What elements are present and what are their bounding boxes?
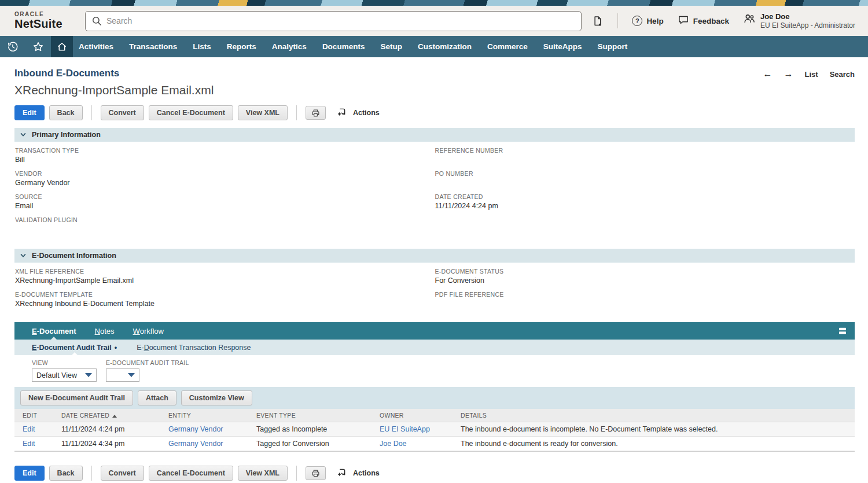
nav-item-commerce[interactable]: Commerce <box>487 42 528 51</box>
top-header: ORACLE NetSuite ? Help Feedback Joe <box>0 6 868 36</box>
nav-item-suiteapps[interactable]: SuiteApps <box>543 42 582 51</box>
active-subtab-bullet: • <box>115 344 117 352</box>
edocument-information-section: E-Document Information XML FILE REFERENC… <box>14 249 855 314</box>
list-link[interactable]: List <box>805 70 818 79</box>
field-edocument-status: E-DOCUMENT STATUS For Conversion <box>435 268 855 285</box>
nav-item-reports[interactable]: Reports <box>227 42 256 51</box>
edit-button[interactable]: Edit <box>14 105 45 120</box>
back-button[interactable]: Back <box>49 466 83 481</box>
convert-button[interactable]: Convert <box>101 105 144 120</box>
owner-link[interactable]: Joe Doe <box>380 440 407 448</box>
print-button[interactable] <box>306 466 326 480</box>
help-button[interactable]: ? Help <box>632 16 663 26</box>
nav-item-customization[interactable]: Customization <box>418 42 472 51</box>
col-edit: EDIT <box>14 409 57 422</box>
toolbar-divider <box>91 466 92 481</box>
primary-information-section: Primary Information TRANSACTION TYPE Bil… <box>14 128 855 239</box>
search-input[interactable] <box>85 11 582 31</box>
toolbar-divider <box>91 105 92 120</box>
subtab-bar: E-Document Audit Trail • E-Document Tran… <box>14 340 855 355</box>
field-transaction-type: TRANSACTION TYPE Bill <box>15 147 435 164</box>
search-link[interactable]: Search <box>830 70 855 79</box>
cancel-edocument-button[interactable]: Cancel E-Document <box>149 466 233 481</box>
nav-item-documents[interactable]: Documents <box>322 42 365 51</box>
view-xml-button[interactable]: View XML <box>238 466 288 481</box>
toolbar-divider <box>296 105 297 120</box>
user-name: Joe Doe <box>760 12 855 21</box>
new-audit-trail-button[interactable]: New E-Document Audit Trail <box>20 390 133 405</box>
table-row: Edit 11/11/2024 4:34 pm Germany Vendor T… <box>14 437 855 451</box>
print-button[interactable] <box>306 106 326 120</box>
tab-edocument[interactable]: E-Document <box>32 322 76 340</box>
edocument-information-header[interactable]: E-Document Information <box>14 249 855 263</box>
cancel-edocument-button[interactable]: Cancel E-Document <box>149 105 233 120</box>
toggle-view-rows-icon[interactable] <box>837 322 848 340</box>
field-xml-file-reference: XML FILE REFERENCE XRechnung-ImportSampl… <box>15 268 435 285</box>
field-edocument-template: E-DOCUMENT TEMPLATE XRechnung Inbound E-… <box>15 291 435 308</box>
filter-row: VIEW Default View E-DOCUMENT AUDIT TRAIL <box>14 355 855 387</box>
primary-information-header[interactable]: Primary Information <box>14 128 855 142</box>
edit-button[interactable]: Edit <box>14 466 45 481</box>
nav-item-analytics[interactable]: Analytics <box>272 42 307 51</box>
actions-icon <box>336 467 347 480</box>
table-header-row: EDIT DATE CREATED ENTITY EVENT TYPE OWNE… <box>14 409 855 422</box>
dropdown-caret-icon <box>85 373 92 377</box>
table-row: Edit 11/11/2024 4:24 pm Germany Vendor T… <box>14 422 855 437</box>
subtab-audit-trail[interactable]: E-Document Audit Trail • <box>32 340 117 355</box>
attach-button[interactable]: Attach <box>138 390 176 405</box>
nav-item-lists[interactable]: Lists <box>193 42 211 51</box>
users-icon <box>743 12 756 27</box>
audit-trail-select[interactable] <box>106 368 139 382</box>
search-icon <box>91 16 102 29</box>
actions-menu[interactable]: Actions <box>336 106 380 120</box>
netsuite-logo[interactable]: ORACLE NetSuite <box>14 12 83 30</box>
feedback-icon <box>678 14 689 28</box>
convert-button[interactable]: Convert <box>101 466 144 481</box>
nav-item-transactions[interactable]: Transactions <box>129 42 177 51</box>
create-document-button[interactable] <box>591 15 604 27</box>
customize-view-button[interactable]: Customize View <box>181 390 252 405</box>
feedback-button[interactable]: Feedback <box>678 14 729 28</box>
edocument-template-link[interactable]: XRechnung Inbound E-Document Template <box>15 300 435 308</box>
view-xml-button[interactable]: View XML <box>238 105 288 120</box>
audit-trail-table: EDIT DATE CREATED ENTITY EVENT TYPE OWNE… <box>14 409 855 452</box>
nav-item-setup[interactable]: Setup <box>380 42 402 51</box>
actions-icon <box>336 106 347 120</box>
shortcuts-star-icon[interactable] <box>25 36 51 57</box>
view-label: VIEW <box>32 359 97 366</box>
recent-records-icon[interactable] <box>0 36 25 57</box>
toolbar-divider <box>296 466 297 481</box>
home-icon[interactable] <box>51 36 73 57</box>
forward-arrow-icon[interactable]: → <box>784 69 793 79</box>
col-date-created[interactable]: DATE CREATED <box>57 409 164 422</box>
edit-row-link[interactable]: Edit <box>23 425 35 433</box>
view-select[interactable]: Default View <box>32 368 97 382</box>
page-title: XRechnung-ImportSample Email.xml <box>14 83 855 97</box>
main-navbar: Activities Transactions Lists Reports An… <box>0 36 868 57</box>
list-toolbar: New E-Document Audit Trail Attach Custom… <box>14 387 855 409</box>
user-menu[interactable]: Joe Doe EU EI SuiteApp - Administrator <box>743 12 855 30</box>
subtab-transaction-response[interactable]: E-Document Transaction Response <box>137 340 251 355</box>
help-label: Help <box>646 17 663 25</box>
top-toolbar: Edit Back Convert Cancel E-Document View… <box>14 105 855 120</box>
back-button[interactable]: Back <box>49 105 83 120</box>
entity-link[interactable]: Germany Vendor <box>168 425 223 433</box>
back-arrow-icon[interactable]: ← <box>763 69 773 79</box>
edit-row-link[interactable]: Edit <box>23 440 35 448</box>
nav-item-support[interactable]: Support <box>597 42 627 51</box>
bottom-toolbar: Edit Back Convert Cancel E-Document View… <box>14 466 855 481</box>
record-tabbar: E-Document Notes Workflow <box>14 322 855 340</box>
actions-menu[interactable]: Actions <box>336 467 380 480</box>
user-role: EU EI SuiteApp - Administrator <box>760 21 855 30</box>
field-reference-number: REFERENCE NUMBER <box>435 147 855 164</box>
tab-notes[interactable]: Notes <box>95 322 115 340</box>
field-date-created: DATE CREATED 11/11/2024 4:24 pm <box>435 193 855 211</box>
owner-link[interactable]: EU EI SuiteApp <box>380 425 430 433</box>
nav-item-activities[interactable]: Activities <box>79 42 113 51</box>
tab-workflow[interactable]: Workflow <box>133 322 164 340</box>
decorative-pattern-strip <box>0 0 868 6</box>
vendor-link[interactable]: Germany Vendor <box>15 179 435 187</box>
breadcrumb: Inbound E-Documents <box>14 68 119 79</box>
entity-link[interactable]: Germany Vendor <box>168 440 223 448</box>
field-pdf-file-reference: PDF FILE REFERENCE <box>435 291 855 308</box>
